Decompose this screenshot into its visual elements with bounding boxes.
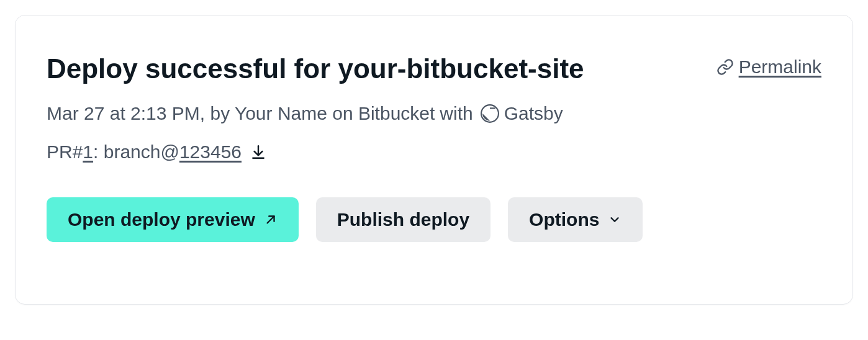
- deploy-title: Deploy successful for your-bitbucket-sit…: [47, 53, 584, 86]
- pr-prefix: PR#: [47, 141, 83, 163]
- pr-branch-label: : branch@: [93, 141, 179, 163]
- download-icon[interactable]: [250, 144, 266, 160]
- meta-with: with: [440, 103, 472, 124]
- permalink-label: Permalink: [739, 56, 821, 78]
- button-row: Open deploy preview Publish deploy Optio…: [47, 197, 821, 242]
- external-link-icon: [264, 213, 278, 226]
- permalink-link[interactable]: Permalink: [717, 56, 821, 78]
- gatsby-icon: [481, 104, 499, 123]
- meta-framework: Gatsby: [504, 103, 563, 124]
- pr-number-link[interactable]: 1: [83, 141, 93, 163]
- publish-deploy-label: Publish deploy: [337, 209, 469, 230]
- commit-link[interactable]: 123456: [179, 141, 242, 163]
- options-label: Options: [529, 209, 599, 230]
- header-row: Deploy successful for your-bitbucket-sit…: [47, 53, 821, 86]
- publish-deploy-button[interactable]: Publish deploy: [316, 197, 491, 242]
- options-button[interactable]: Options: [508, 197, 643, 242]
- pr-row: PR#1: branch@123456: [47, 141, 821, 163]
- open-deploy-preview-label: Open deploy preview: [68, 209, 255, 230]
- chevron-down-icon: [608, 213, 622, 226]
- deploy-meta: Mar 27 at 2:13 PM, by Your Name on Bitbu…: [47, 103, 821, 124]
- svg-line-1: [267, 216, 274, 223]
- open-deploy-preview-button[interactable]: Open deploy preview: [47, 197, 299, 242]
- link-icon: [717, 58, 734, 76]
- deploy-card: Deploy successful for your-bitbucket-sit…: [15, 15, 853, 305]
- meta-datetime-author: Mar 27 at 2:13 PM, by Your Name on Bitbu…: [47, 103, 435, 124]
- svg-point-0: [481, 105, 499, 122]
